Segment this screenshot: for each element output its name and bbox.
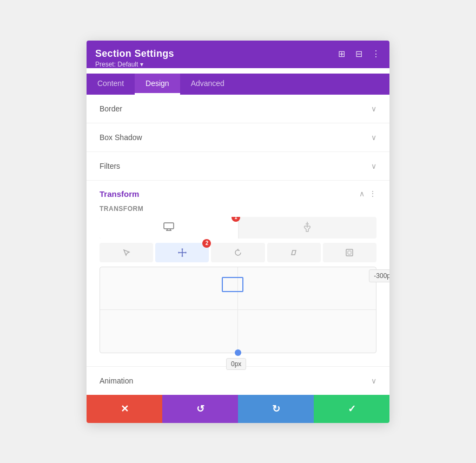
filters-section[interactable]: Filters ∨ — [87, 152, 389, 181]
scale-tool[interactable] — [323, 243, 376, 262]
transform-title: Transform — [100, 189, 139, 199]
box-shadow-section[interactable]: Box Shadow ∨ — [87, 123, 389, 152]
move-tool[interactable]: 2 — [155, 243, 209, 262]
svg-rect-7 — [348, 251, 351, 254]
panel-content: Border ∨ Box Shadow ∨ Filters ∨ Transfor… — [87, 95, 389, 395]
tabs-bar: Content Design Advanced — [87, 74, 389, 95]
more-icon[interactable]: ⋮ — [370, 48, 382, 60]
tab-advanced[interactable]: Advanced — [180, 74, 235, 95]
svg-rect-0 — [164, 223, 174, 229]
transform-canvas: -300px 3 0px — [100, 267, 376, 353]
device-tab-tablet[interactable] — [238, 217, 376, 239]
save-button[interactable]: ✓ — [314, 395, 389, 423]
footer-buttons: ✕ ↺ ↻ ✓ — [87, 395, 389, 423]
tab-design[interactable]: Design — [135, 74, 180, 95]
header-icons: ⊞ ⊟ ⋮ — [335, 48, 382, 60]
transform-header-icons: ∧ ⋮ — [359, 189, 376, 198]
border-label: Border — [100, 104, 122, 113]
animation-label: Animation — [100, 376, 133, 385]
transform-tools: 2 — [100, 243, 376, 262]
badge-2: 2 — [202, 239, 211, 248]
panel-header: Section Settings Preset: Default ▾ ⊞ ⊟ ⋮ — [87, 41, 389, 68]
bottom-value-bubble: 0px — [226, 358, 246, 370]
cancel-button[interactable]: ✕ — [87, 395, 162, 423]
skew-tool[interactable] — [267, 243, 321, 262]
device-tab-desktop[interactable]: 1 — [100, 217, 238, 239]
transform-header: Transform ∧ ⋮ — [100, 181, 376, 205]
animation-chevron: ∨ — [371, 376, 376, 385]
border-chevron: ∨ — [371, 104, 376, 113]
redo-button[interactable]: ↻ — [238, 395, 314, 423]
rotate-tool[interactable] — [211, 243, 265, 262]
svg-rect-6 — [346, 249, 353, 256]
transform-more-icon[interactable]: ⋮ — [369, 189, 376, 198]
cursor-tool[interactable] — [100, 243, 153, 262]
filters-label: Filters — [100, 162, 120, 170]
pin-icon — [303, 221, 312, 234]
right-value-bubble: -300px 3 — [369, 269, 389, 282]
transform-rect — [222, 277, 243, 292]
filters-chevron: ∨ — [371, 162, 376, 170]
section-settings-panel: Section Settings Preset: Default ▾ ⊞ ⊟ ⋮… — [87, 41, 389, 423]
transform-section: Transform ∧ ⋮ Transform — [87, 181, 389, 367]
animation-section[interactable]: Animation ∨ — [87, 367, 389, 395]
tab-content[interactable]: Content — [87, 74, 135, 95]
border-section[interactable]: Border ∨ — [87, 95, 389, 123]
columns-icon[interactable]: ⊟ — [353, 48, 365, 60]
dot-bottom[interactable] — [235, 349, 241, 356]
device-tabs: 1 — [100, 217, 376, 239]
box-shadow-chevron: ∨ — [371, 133, 376, 142]
transform-sublabel: Transform — [100, 205, 376, 213]
desktop-icon — [163, 222, 174, 233]
panel-preset[interactable]: Preset: Default ▾ — [95, 61, 381, 68]
undo-button[interactable]: ↺ — [162, 395, 238, 423]
box-shadow-label: Box Shadow — [100, 133, 142, 142]
expand-icon[interactable]: ⊞ — [335, 48, 347, 60]
transform-collapse-icon[interactable]: ∧ — [359, 189, 365, 198]
